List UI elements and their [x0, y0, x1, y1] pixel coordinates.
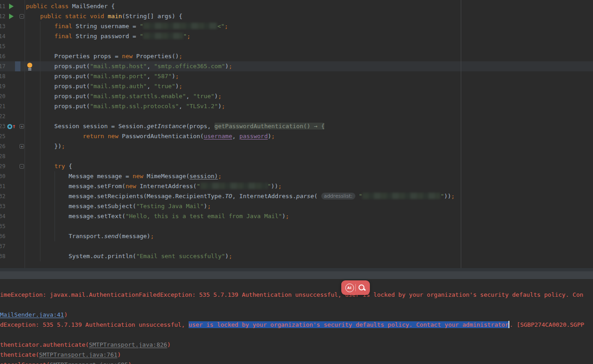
line-number: 37 [0, 241, 5, 251]
line-number: 28 [0, 151, 5, 161]
code-text: public class MailSender { [26, 1, 115, 11]
line-number: 38 [0, 251, 5, 261]
code-line-18[interactable]: 18 props.put("mail.smtp.port", "587"); [0, 71, 593, 81]
overrides-method-icon[interactable] [7, 124, 12, 129]
code-line-14[interactable]: 14 final String password = ""; [0, 31, 593, 41]
stack-trace-link[interactable]: MailSender.java:41 [0, 311, 64, 318]
code-text: message.setFrom(new InternetAddress(""))… [26, 181, 282, 191]
console-text: thenticate( [0, 351, 39, 358]
run-icon[interactable] [9, 14, 14, 19]
code-text: Properties props = new Properties(); [26, 51, 182, 61]
code-line-23[interactable]: 23↑+ Session session = Session.getInstan… [0, 121, 593, 131]
stack-trace-link[interactable]: SMTPTransport.java:826 [89, 341, 167, 348]
code-line-31[interactable]: 31 message.setFrom(new InternetAddress("… [0, 181, 593, 191]
console-output[interactable]: imeException: javax.mail.AuthenticationF… [0, 279, 593, 364]
code-text: Message message = new MimeMessage(sessio… [26, 171, 222, 181]
line-number: 29 [0, 161, 5, 171]
console-text: dException: 535 5.7.139 Authentication u… [0, 321, 189, 328]
code-line-33[interactable]: 33 message.setSubject("Testing Java Mail… [0, 201, 593, 211]
code-editor[interactable]: 11public class MailSender {12- public st… [0, 0, 593, 268]
redacted-text [200, 183, 268, 189]
code-text: }); [26, 141, 65, 151]
code-text: props.put("mail.smtp.ssl.protocols", "TL… [26, 101, 225, 111]
code-line-36[interactable]: 36 Transport.send(message); [0, 231, 593, 241]
console-line: otocolConnect(SMTPTransport.java:685) [0, 360, 132, 364]
code-line-17[interactable]: 17 props.put("mail.smtp.host", "smtp.off… [0, 61, 593, 71]
code-line-37[interactable]: 37 [0, 241, 593, 251]
line-number: 17 [0, 61, 5, 71]
console-text: otocolConnect( [0, 361, 50, 364]
code-text: message.setRecipients(Message.RecipientT… [26, 191, 455, 201]
override-arrow-icon[interactable]: ↑ [12, 121, 16, 131]
line-number: 25 [0, 131, 5, 141]
line-number: 35 [0, 221, 5, 231]
code-line-12[interactable]: 12- public static void main(String[] arg… [0, 11, 593, 21]
code-line-13[interactable]: 13 final String username = "<"; [0, 21, 593, 31]
code-line-29[interactable]: 29- try { [0, 161, 593, 171]
line-number: 19 [0, 81, 5, 91]
line-number: 12 [0, 11, 5, 21]
code-line-30[interactable]: 30 Message message = new MimeMessage(ses… [0, 171, 593, 181]
fold-toggle-icon[interactable]: + [20, 144, 24, 149]
console-line: MailSender.java:41) [0, 310, 68, 320]
stack-trace-link[interactable]: SMTPTransport.java:685 [50, 361, 128, 364]
line-number: 14 [0, 31, 5, 41]
fold-toggle-icon[interactable]: + [20, 124, 24, 129]
code-text: props.put("mail.smtp.auth", "true"); [26, 81, 182, 91]
console-text: ) [117, 351, 121, 358]
console-line: thenticate(SMTPTransport.java:761) [0, 350, 121, 360]
editor-console-splitter[interactable] [0, 271, 593, 279]
fold-toggle-icon[interactable]: - [20, 14, 24, 19]
code-line-21[interactable]: 21 props.put("mail.smtp.ssl.protocols", … [0, 101, 593, 111]
code-line-32[interactable]: 32 message.setRecipients(Message.Recipie… [0, 191, 593, 201]
line-number: 30 [0, 171, 5, 181]
code-text: final String username = "<"; [26, 21, 228, 31]
search-error-button[interactable] [356, 281, 368, 294]
code-line-15[interactable]: 15 [0, 41, 593, 51]
fold-toggle-icon[interactable]: - [20, 164, 24, 169]
code-text: return new PasswordAuthentication(userna… [26, 131, 275, 141]
line-number: 11 [0, 1, 5, 11]
line-number: 34 [0, 211, 5, 221]
console-text: imeException: javax.mail.AuthenticationF… [0, 291, 583, 298]
code-text: final String password = ""; [26, 31, 190, 41]
redacted-text [143, 23, 217, 29]
folded-code-region[interactable]: getPasswordAuthentication() → { [214, 123, 325, 130]
code-line-35[interactable]: 35 [0, 221, 593, 231]
gutter-caret-mark [15, 61, 20, 71]
code-line-28[interactable]: 28 [0, 151, 593, 161]
console-text: ) [64, 311, 68, 318]
code-line-22[interactable]: 22 [0, 111, 593, 121]
console-text: ) [128, 361, 132, 364]
error-action-toolbar: AI [341, 280, 370, 295]
line-number: 13 [0, 21, 5, 31]
code-text: public static void main(String[] args) { [26, 11, 182, 21]
code-line-38[interactable]: 38 System.out.println("Email sent succes… [0, 251, 593, 261]
code-text: props.put("mail.smtp.host", "smtp.office… [26, 61, 232, 71]
line-number: 22 [0, 111, 5, 121]
line-number: 36 [0, 231, 5, 241]
console-line: thenticator.authenticate(SMTPTransport.j… [0, 340, 171, 350]
code-line-20[interactable]: 20 props.put("mail.smtp.starttls.enable"… [0, 91, 593, 101]
search-icon [358, 284, 366, 292]
code-line-16[interactable]: 16 Properties props = new Properties(); [0, 51, 593, 61]
console-line: imeException: javax.mail.AuthenticationF… [0, 290, 583, 300]
code-line-11[interactable]: 11public class MailSender { [0, 1, 593, 11]
line-number: 18 [0, 71, 5, 81]
code-line-19[interactable]: 19 props.put("mail.smtp.auth", "true"); [0, 81, 593, 91]
code-line-25[interactable]: 25 return new PasswordAuthentication(use… [0, 131, 593, 141]
code-text: Session session = Session.getInstance(pr… [26, 121, 324, 131]
code-line-34[interactable]: 34 message.setText("Hello, this is a tes… [0, 211, 593, 221]
code-line-26[interactable]: 26+ }); [0, 141, 593, 151]
redacted-text [143, 33, 183, 39]
stack-trace-link[interactable]: SMTPTransport.java:761 [39, 351, 117, 358]
explain-with-ai-button[interactable]: AI [344, 281, 355, 294]
code-text: props.put("mail.smtp.port", "587"); [26, 71, 179, 81]
code-text: message.setText("Hello, this is a test e… [26, 211, 289, 221]
console-text: ) [167, 341, 171, 348]
redacted-text [362, 193, 440, 199]
run-icon[interactable] [9, 4, 14, 9]
line-number: 21 [0, 101, 5, 111]
line-number: 32 [0, 191, 5, 201]
line-number: 15 [0, 41, 5, 51]
